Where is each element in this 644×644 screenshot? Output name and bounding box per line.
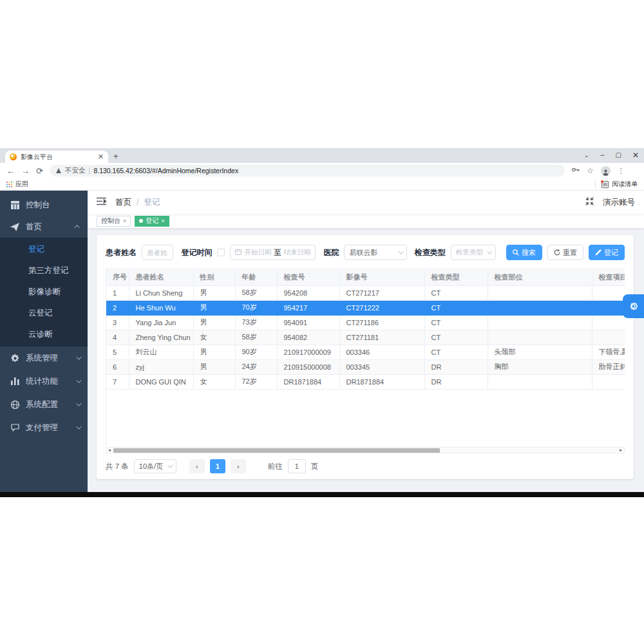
tag-close-icon[interactable]: × [123,218,126,224]
table-cell: He Shun Wu [129,300,193,315]
table-cell: 男 [193,285,235,300]
table-row[interactable]: 6zyj男24岁210915000008003345DR胸部肋骨正斜位 [106,359,625,374]
refresh-icon[interactable]: ⟳ [36,166,43,176]
profile-avatar[interactable] [601,166,611,176]
sidebar-item-statistics[interactable]: 统计功能 [0,370,88,393]
page-1-button[interactable]: 1 [210,459,225,473]
site-favicon [10,153,17,160]
browser-tab[interactable]: 影像云平台 ✕ [5,151,108,163]
back-icon[interactable]: ← [6,166,15,176]
table-cell: 58岁 [235,285,277,300]
table-row[interactable]: 5刘云山男90岁210917000009003346CT头颈部下颌骨,颞骨冠 [106,345,625,359]
table-body: 1Li Chun Sheng男58岁954208CT271217CT2He Sh… [106,285,625,389]
exam-type-select[interactable]: 检查类型 [451,245,496,260]
table-cell: 3 [106,315,129,330]
register-button[interactable]: 登记 [589,245,625,260]
breadcrumb-home[interactable]: 首页 [115,197,131,208]
table-row[interactable]: 1Li Chun Sheng男58岁954208CT271217CT [106,285,625,300]
table-cell [592,315,625,330]
next-page-button[interactable]: › [231,459,246,473]
table-cell [488,300,592,315]
paper-plane-icon [10,222,19,231]
table-cell: 1 [106,285,129,300]
sidebar-item-system-management[interactable]: 系统管理 [0,346,88,370]
search-button[interactable]: 搜索 [506,245,542,260]
goto-page-input[interactable] [288,459,306,473]
browser-toolbar: ← → ⟳ 不安全 8.130.165.42:6603/#/AdminHome/… [0,163,644,178]
table-row[interactable]: 3Yang Jia Jun男73岁954091CT271186CT [106,315,625,330]
chevron-up-icon [74,225,79,230]
sidebar-item-system-config[interactable]: 系统配置 [0,393,88,416]
window-close-icon[interactable]: ✕ [632,149,639,161]
tab-close-icon[interactable]: ✕ [98,153,104,161]
sidebar-item-dashboard[interactable]: 控制台 [0,194,88,216]
key-icon[interactable] [571,165,580,176]
table-cell: 24岁 [235,359,277,374]
page-size-select[interactable]: 10条/页 [134,459,176,473]
row-settings-button[interactable] [623,294,644,318]
table-cell: 下颌骨,颞骨冠 [592,345,625,359]
table-cell: 女 [193,374,235,389]
table-cell: 5 [106,345,129,359]
reading-list-icon[interactable] [601,181,609,188]
tag-register[interactable]: 登记 × [135,216,169,227]
scroll-left-icon[interactable]: ◂ [106,448,113,453]
table-row[interactable]: 2He Shun Wu男70岁954217CT271222CT [106,300,625,315]
table-cell: DR1871884 [277,374,339,389]
fullscreen-icon[interactable] [585,196,594,208]
scrollbar-thumb[interactable] [113,448,440,453]
table-cell: zyj [129,359,193,374]
bookmark-star-icon[interactable]: ☆ [587,166,594,175]
table-cell: 70岁 [235,300,277,315]
browser-menu-icon[interactable]: ⋮ [618,167,625,175]
reset-button[interactable]: 重置 [547,245,583,260]
chevron-down-icon [167,462,173,468]
tag-close-icon[interactable]: × [161,218,164,224]
table-cell: 90岁 [235,345,277,359]
date-end-placeholder: 结束日期 [283,248,310,257]
sidebar-item-cloud-diagnosis[interactable]: 云诊断 [0,324,88,345]
date-start-placeholder: 开始日期 [244,248,271,257]
sidebar-item-cloud-register[interactable]: 云登记 [0,303,88,324]
forward-icon[interactable]: → [21,166,30,176]
register-time-checkbox[interactable] [217,249,225,256]
date-range-input[interactable]: 开始日期 至 结束日期 [230,245,316,260]
tags-bar: 控制台 × 登记 × [88,214,644,229]
browser-window: 影像云平台 ✕ + ⌄ − ▢ ✕ ← → ⟳ 不安全 8.130.165.42… [0,148,644,497]
sidebar-item-home[interactable]: 首页 [0,216,88,238]
patient-name-input[interactable] [142,245,173,260]
table-cell: Li Chun Sheng [129,285,193,300]
table-cell: 72岁 [235,374,277,389]
window-minimize-icon[interactable]: − [600,149,604,161]
apps-label[interactable]: 应用 [15,180,28,189]
prev-page-button[interactable]: ‹ [189,459,205,473]
window-maximize-icon[interactable]: ▢ [615,149,621,161]
hospital-select[interactable]: 易联云影 [344,245,406,260]
account-label[interactable]: 演示账号 [603,197,635,208]
sidebar-item-thirdparty-register[interactable]: 第三方登记 [0,260,88,281]
scroll-right-icon[interactable]: ▸ [618,448,624,453]
window-menu-icon[interactable]: ⌄ [584,149,589,161]
hamburger-icon[interactable] [97,196,106,208]
sidebar-item-register[interactable]: 登记 [0,239,88,260]
breadcrumb-current: 登记 [144,197,160,208]
sidebar-item-payment[interactable]: 支付管理 [0,416,88,439]
table-cell: DR [424,374,488,389]
gear-icon [10,354,19,363]
table-header-cell: 患者姓名 [129,269,193,285]
horizontal-scrollbar[interactable]: ◂ ▸ [106,447,625,453]
tag-dashboard[interactable]: 控制台 × [97,216,131,227]
table-row[interactable]: 4Zheng Ying Chun女58岁954082CT271181CT [106,330,625,345]
pagination-bar: 共 7 条 10条/页 ‹ 1 › 前往 页 [106,453,625,475]
reading-list-label[interactable]: 阅读清单 [612,180,638,189]
sidebar-item-image-diagnosis[interactable]: 影像诊断 [0,281,88,303]
new-tab-button[interactable]: + [113,151,118,162]
security-label: 不安全 [65,166,86,175]
table-cell: 003346 [339,345,424,359]
table-row[interactable]: 7DONG GUI QIN女72岁DR1871884DR1871884DR [106,374,625,389]
apps-grid-icon[interactable] [6,182,12,187]
table-cell: CT [424,330,488,345]
table-cell: DR [424,359,488,374]
url-bar[interactable]: 不安全 8.130.165.42:6603/#/AdminHome/Regist… [50,165,565,176]
globe-icon [10,400,19,409]
